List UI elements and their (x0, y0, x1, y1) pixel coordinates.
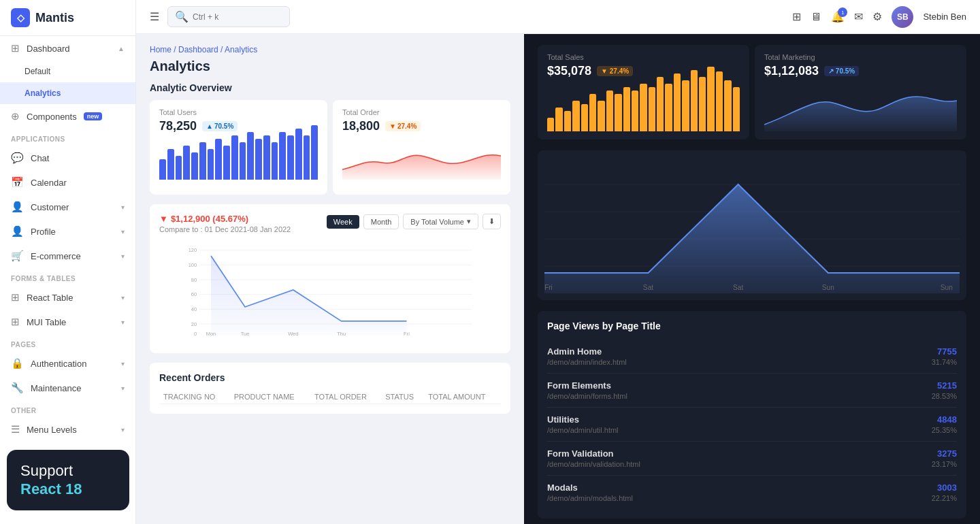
breadcrumb-dashboard[interactable]: Dashboard (178, 45, 218, 54)
bar (191, 152, 198, 180)
pv-count: 5215 (932, 380, 957, 391)
pv-url: /demo/admin/util.html (547, 426, 619, 434)
topbar: ☰ 🔍 ⊞ 🖥 🔔 1 ✉ ⚙ SB Stebin Ben (136, 0, 980, 34)
bar (183, 146, 190, 180)
pv-url: /demo/admin/modals.html (547, 494, 633, 502)
sidebar-auth-label: Authentication (31, 359, 86, 369)
sidebar-menu-levels-label: Menu Levels (27, 425, 77, 435)
brand-logo[interactable]: ◇ Mantis (0, 0, 135, 36)
gold-bar (649, 87, 655, 131)
month-button[interactable]: Month (363, 214, 399, 229)
col-product: PRODUCT NAME (230, 390, 310, 404)
page-view-item: Admin Home /demo/admin/index.html 7755 3… (547, 340, 957, 374)
page-title: Analytics (150, 59, 510, 74)
menu-toggle-icon[interactable]: ☰ (150, 10, 159, 23)
maintenance-icon: 🔧 (11, 382, 24, 394)
sidebar-item-dashboard[interactable]: ⊞ Dashboard ▲ (0, 36, 135, 61)
gold-bar (572, 101, 579, 131)
svg-text:20: 20 (191, 321, 197, 327)
sidebar-item-menu-levels[interactable]: ☰ Menu Levels ▾ (0, 417, 135, 442)
svg-text:40: 40 (191, 306, 197, 312)
svg-text:Wed: Wed (288, 331, 298, 337)
breadcrumb-home[interactable]: Home (150, 45, 172, 54)
download-button[interactable]: ⬇ (483, 214, 501, 229)
chevron-down-icon-3: ▾ (121, 252, 125, 260)
left-panel: Home / Dashboard / Analytics Analytics A… (136, 34, 524, 524)
week-button[interactable]: Week (327, 215, 359, 229)
profile-icon: 👤 (11, 225, 24, 238)
gold-bar (640, 84, 647, 131)
screen-icon[interactable]: 🖥 (811, 11, 821, 23)
total-users-label: Total Users (159, 108, 318, 116)
pv-page-title: Admin Home (547, 346, 627, 357)
volume-button[interactable]: By Total Volume ▾ (403, 214, 478, 229)
support-toast[interactable]: Support React 18 (7, 450, 129, 510)
chevron-down-icon-2: ▾ (121, 228, 125, 235)
sidebar-default-label: Default (24, 67, 50, 76)
svg-text:60: 60 (191, 291, 197, 297)
svg-text:Sun: Sun (822, 284, 834, 291)
svg-text:Tue: Tue (241, 331, 250, 337)
recent-orders-section: Recent Orders TRACKING NO PRODUCT NAME T… (150, 363, 510, 414)
page-views-list: Admin Home /demo/admin/index.html 7755 3… (547, 340, 957, 509)
gold-bar (555, 108, 562, 131)
sidebar-item-ecommerce[interactable]: 🛒 E-commerce ▾ (0, 244, 135, 268)
breadcrumb-current: Analytics (225, 45, 257, 54)
income-overview-section: ▼ $1,12,900 (45.67%) Compare to : 01 Dec… (150, 204, 510, 353)
svg-text:Thu: Thu (337, 331, 346, 337)
total-sales-badge: ▼ 27.4% (597, 66, 633, 76)
sidebar-analytics-label: Analytics (24, 88, 61, 98)
sidebar-item-profile[interactable]: 👤 Profile ▾ (0, 219, 135, 244)
sidebar-item-default[interactable]: Default (0, 61, 135, 82)
user-name: Stebin Ben (923, 12, 966, 22)
sidebar-item-analytics[interactable]: Analytics (0, 82, 135, 104)
page-view-item: Form Validation /demo/admin/validation.h… (547, 442, 957, 476)
search-input[interactable] (193, 12, 274, 22)
notification-container: 🔔 1 (831, 10, 845, 23)
sidebar-item-maintenance[interactable]: 🔧 Maintenance ▾ (0, 376, 135, 400)
col-tracking: TRACKING NO (159, 390, 230, 404)
dark-triangle-chart-svg: Fri Sat Sat Sun Sun (544, 157, 960, 293)
svg-text:Fri: Fri (544, 284, 553, 291)
settings-icon[interactable]: ⚙ (872, 10, 882, 23)
svg-text:120: 120 (189, 247, 197, 253)
bar (304, 135, 310, 180)
total-order-chart (342, 139, 501, 186)
bar (255, 139, 262, 180)
total-order-badge: ▼ 27.4% (385, 121, 421, 131)
sidebar-item-react-table[interactable]: ⊞ React Table ▾ (0, 285, 135, 310)
avatar[interactable]: SB (892, 6, 913, 28)
svg-text:Sat: Sat (643, 284, 653, 291)
gold-bar (606, 91, 613, 131)
sidebar-item-components[interactable]: ⊕ Components new (0, 104, 135, 129)
pv-page-title: Modals (547, 482, 633, 493)
chevron-down-icon-6: ▾ (121, 360, 125, 367)
gold-bar (632, 91, 638, 131)
svg-text:Sun: Sun (941, 284, 953, 291)
total-sales-chart (547, 84, 740, 131)
total-order-value: 18,800 ▼ 27.4% (342, 119, 501, 133)
sidebar-item-calendar[interactable]: 📅 Calendar (0, 170, 135, 195)
menu-levels-icon: ☰ (11, 423, 20, 436)
mail-icon[interactable]: ✉ (854, 10, 863, 23)
grid-icon[interactable]: ⊞ (792, 10, 801, 23)
sidebar-mui-table-label: MUI Table (27, 317, 66, 327)
svg-text:80: 80 (191, 277, 197, 283)
page-view-item: Form Elements /demo/admin/forms.html 521… (547, 374, 957, 408)
right-panel: Total Sales $35,078 ▼ 27.4% Total Market… (524, 34, 980, 524)
pv-count: 3003 (932, 482, 957, 493)
search-box[interactable]: 🔍 (167, 6, 290, 27)
sidebar-ecommerce-label: E-commerce (31, 251, 81, 261)
sidebar-item-mui-table[interactable]: ⊞ MUI Table ▾ (0, 310, 135, 334)
sidebar-item-customer[interactable]: 👤 Customer ▾ (0, 195, 135, 219)
dark-analytic-cards: Total Sales $35,078 ▼ 27.4% Total Market… (538, 45, 966, 140)
sidebar-item-authentication[interactable]: 🔒 Authentication ▾ (0, 351, 135, 376)
support-title: Support (20, 462, 116, 480)
sidebar-item-chat[interactable]: 💬 Chat (0, 146, 135, 170)
ecommerce-icon: 🛒 (11, 250, 24, 262)
logo-icon: ◇ (11, 8, 30, 27)
notification-badge: 1 (838, 7, 847, 17)
gold-bar (699, 77, 706, 131)
dashboard-icon: ⊞ (11, 42, 20, 54)
total-marketing-value: $1,12,083 ↗ 70.5% (764, 64, 957, 78)
